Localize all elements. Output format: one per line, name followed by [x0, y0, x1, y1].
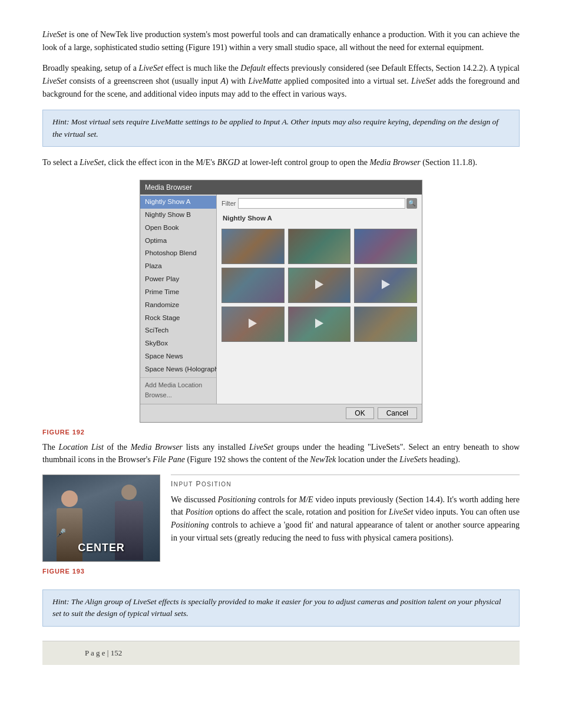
thumb-left-vert-bg [355, 229, 416, 263]
livesets-italic: LiveSets [399, 455, 427, 464]
input-a-italic: A [221, 77, 226, 85]
thumb-right-ve[interactable]: Right Standing Ve... [222, 307, 285, 342]
media-browser-title: Media Browser [145, 183, 192, 192]
liveset-italic-3: LiveSet [411, 77, 435, 85]
input-position-section: INPUT POSITION We discussed Positioning … [171, 475, 520, 580]
browse-label[interactable]: Browse... [145, 390, 211, 400]
location-list-italic: Location List [58, 443, 103, 452]
thumb-right-co[interactable]: Right Standing Co... [354, 268, 417, 303]
thumb-left-cow-bg [289, 229, 351, 263]
page-number: P a g e | 152 [85, 648, 122, 657]
thumb-right[interactable]: Right [354, 307, 417, 342]
person-left-head [61, 490, 78, 507]
hint-box-2: Hint: The Align group of LiveSet effects… [42, 589, 520, 627]
paragraph-4: The Location List of the Media Browser l… [42, 441, 520, 466]
position-italic: Position [186, 508, 213, 516]
sidebar-item-optima[interactable]: Optima [140, 235, 216, 248]
bkgd-italic: BKGD [217, 158, 240, 167]
sidebar-add-media-location[interactable]: Add Media Location Browse... [140, 377, 216, 403]
positioning-italic-2: Positioning [171, 521, 209, 529]
thumb-center[interactable]: Center [222, 229, 285, 264]
sidebar-item-power-play[interactable]: Power Play [140, 273, 216, 286]
media-browser-sidebar: Nightly Show A Nightly Show B Open Book … [140, 195, 217, 403]
liveset-italic-4: LiveSet [80, 158, 104, 167]
thumb-left-standing[interactable]: Left Standing [222, 268, 285, 303]
sidebar-item-nightly-show-a[interactable]: Nightly Show A [140, 196, 216, 209]
file-pane-heading: Nightly Show A [219, 212, 419, 225]
sidebar-item-space-news-holo[interactable]: Space News (Holographic) [140, 363, 216, 376]
liveset-italic-6: LiveSet [389, 508, 413, 516]
sidebar-item-plaza[interactable]: Plaza [140, 260, 216, 273]
person-right-head [121, 485, 137, 500]
sidebar-item-nightly-show-b[interactable]: Nightly Show B [140, 209, 216, 222]
two-column-section: 🎤 CENTER FIGURE 193 INPUT POSITION We di… [42, 475, 520, 580]
filter-label: Filter [222, 199, 236, 209]
default-italic: Default [240, 64, 265, 73]
input-position-heading: INPUT POSITION [171, 479, 520, 490]
liveset-italic-1: LiveSet [139, 64, 163, 73]
liveset-ref: LiveSet [42, 30, 67, 39]
play-icon-right-ve [249, 318, 257, 328]
figure-193-caption: FIGURE 193 [42, 566, 160, 577]
thumb-left-standing-bg [222, 268, 284, 302]
thumb-left[interactable]: Left [288, 268, 351, 303]
newtek-italic: NewTek [310, 455, 336, 464]
paragraph-1: LiveSet is one of NewTek live production… [42, 28, 520, 54]
hint-box-1: Hint: Most virtual sets require LiveMatt… [42, 110, 520, 147]
sidebar-item-rock-stage[interactable]: Rock Stage [140, 312, 216, 325]
mic-icon: 🎤 [56, 527, 66, 540]
center-label: CENTER [43, 540, 160, 556]
media-browser-italic-2: Media Browser [131, 443, 183, 452]
add-media-label[interactable]: Add Media Location [145, 380, 211, 390]
sidebar-item-scitech[interactable]: SciTech [140, 324, 216, 337]
thumb-right-standing[interactable]: Right Standing [288, 307, 351, 342]
filter-input[interactable] [238, 198, 405, 209]
filter-row: Filter 🔍 [219, 197, 419, 210]
liveset-italic-2: LiveSet [42, 77, 67, 85]
hint-text-2: Hint: The Align group of LiveSet effects… [52, 597, 501, 618]
media-browser-titlebar: Media Browser [140, 180, 422, 195]
liveset-italic-5: LiveSet [249, 443, 273, 452]
thumb-center-bg [222, 229, 284, 263]
file-pane-italic: File Pane [153, 455, 185, 464]
paragraph-2: Broadly speaking, setup of a LiveSet eff… [42, 62, 520, 100]
sidebar-item-skybox[interactable]: SkyBox [140, 337, 216, 350]
thumb-right-bg [355, 307, 416, 341]
sidebar-item-randomize[interactable]: Randomize [140, 299, 216, 312]
page-footer: P a g e | 152 [42, 641, 520, 665]
play-icon-left [315, 279, 323, 289]
sidebar-item-space-news[interactable]: Space News [140, 350, 216, 363]
media-browser: Media Browser Nightly Show A Nightly Sho… [140, 180, 422, 423]
thumb-left-vert[interactable]: Left Standing Vert... [354, 229, 417, 264]
media-browser-main: Filter 🔍 Nightly Show A Center Left Stan [217, 195, 422, 403]
livematte-italic: LiveMatte [248, 77, 282, 85]
thumbnail-grid: Center Left Standing Cow... Left Standin… [219, 226, 419, 344]
media-browser-body: Nightly Show A Nightly Show B Open Book … [140, 195, 422, 403]
sidebar-item-prime-time[interactable]: Prime Time [140, 286, 216, 299]
hint-text-1: Hint: Most virtual sets require LiveMatt… [52, 117, 498, 138]
figure-192-caption: FIGURE 192 [42, 427, 520, 437]
play-icon-right-standing [315, 318, 323, 328]
figure-193-image: 🎤 CENTER [42, 475, 160, 562]
media-browser-footer: OK Cancel [140, 404, 422, 422]
thumb-left-cow[interactable]: Left Standing Cow... [288, 229, 351, 264]
positioning-italic-1: Positioning [218, 495, 256, 504]
ok-button[interactable]: OK [346, 407, 373, 419]
media-browser-italic: Media Browser [369, 158, 420, 167]
input-position-heading-text: INPUT POSITION [171, 480, 232, 488]
paragraph-5: We discussed Positioning controls for M/… [171, 493, 520, 545]
page: LiveSet is one of NewTek live production… [0, 0, 562, 728]
sidebar-item-photoshop-blend[interactable]: Photoshop Blend [140, 247, 216, 260]
figure-193-column: 🎤 CENTER FIGURE 193 [42, 475, 160, 580]
me-italic: M/E [299, 495, 313, 504]
search-icon[interactable]: 🔍 [406, 198, 417, 209]
cancel-button[interactable]: Cancel [378, 407, 417, 419]
sidebar-item-open-book[interactable]: Open Book [140, 222, 216, 235]
paragraph-3: To select a LiveSet, click the effect ic… [42, 156, 520, 169]
play-icon-right-co [382, 279, 390, 289]
